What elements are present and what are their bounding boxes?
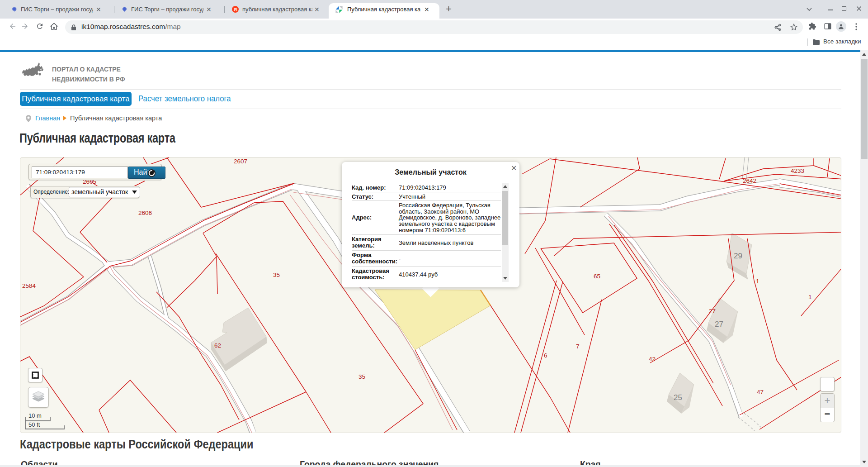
svg-text:25: 25: [674, 393, 682, 402]
svg-text:1: 1: [808, 294, 812, 300]
svg-text:47: 47: [757, 389, 764, 396]
svg-text:2606: 2606: [138, 210, 152, 216]
svg-text:6: 6: [544, 352, 547, 359]
svg-text:2607: 2607: [234, 158, 247, 165]
svg-text:29: 29: [734, 252, 742, 260]
svg-text:42: 42: [649, 356, 656, 362]
svg-text:35: 35: [273, 272, 280, 278]
svg-text:Я: Я: [234, 7, 237, 12]
svg-text:27: 27: [715, 320, 723, 329]
svg-text:65: 65: [594, 273, 600, 280]
svg-text:2584: 2584: [22, 282, 36, 289]
svg-text:35: 35: [359, 373, 365, 380]
svg-text:4233: 4233: [791, 167, 804, 174]
svg-text:1: 1: [756, 278, 760, 285]
svg-text:27: 27: [709, 308, 716, 315]
svg-text:62: 62: [214, 342, 221, 349]
svg-text:7: 7: [576, 343, 580, 350]
svg-text:2642: 2642: [743, 177, 756, 184]
